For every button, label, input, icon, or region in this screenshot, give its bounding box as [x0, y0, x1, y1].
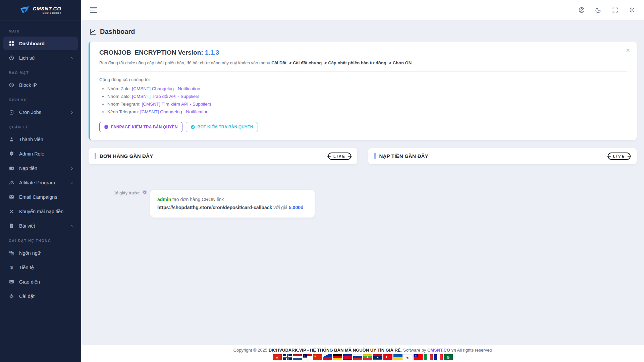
sidebar-item-bai-viet[interactable]: Bài viết › [3, 219, 78, 233]
chevron-right-icon: › [71, 110, 73, 115]
flag-vietnam[interactable]: ★ [273, 354, 282, 360]
telegram-group-link[interactable]: [CMSNT] Tìm kiếm API - Suppliers [142, 102, 212, 107]
sidebar-item-label: Block IP [19, 82, 37, 88]
recent-orders-title: ĐƠN HÀNG GẦN ĐÂY [100, 153, 153, 159]
community-links-list: Nhóm Zalo: [CMSNT] Changelog - Notificat… [99, 85, 627, 116]
zalo-api-link[interactable]: [CMSNT] Trao đổi API - Suppliers [132, 94, 200, 99]
sidebar-item-ngon-ngu[interactable]: Aa Ngôn ngữ [3, 246, 78, 260]
panel-accent-bar [374, 153, 376, 159]
section-label-quan-ly: QUẢN LÝ [0, 120, 81, 132]
cmsnt-link[interactable]: CMSNT.CO [427, 348, 450, 353]
brand-name: DICHVUDARK.VIP - HỆ THỐNG BÁN MÃ NGUỒN U… [269, 348, 401, 353]
sidebar-item-label: Cron Jobs [19, 110, 41, 115]
community-heading: Cộng đồng của chúng tôi: [99, 77, 627, 82]
user-circle-icon[interactable] [578, 7, 585, 13]
close-icon[interactable]: × [626, 47, 630, 54]
flag-malaysia[interactable]: ☾ [303, 354, 312, 360]
flag-netherlands[interactable] [293, 354, 302, 360]
sidebar-item-tien-te[interactable]: $ Tiền tệ [3, 260, 78, 274]
person-icon [8, 136, 15, 142]
logo-subtitle: MMO Solution [33, 12, 61, 14]
sidebar-item-label: Khuyến mãi nạp tiền [19, 209, 63, 214]
sidebar-item-block-ip[interactable]: Block IP [3, 78, 78, 92]
sidebar-item-affiliate-program[interactable]: Affiliate Program › [3, 176, 78, 189]
block-slash-icon [8, 82, 15, 88]
sidebar-item-thanh-vien[interactable]: Thành viên [3, 132, 78, 146]
flag-taiwan[interactable]: ☼ [414, 354, 423, 360]
envelope-icon [8, 194, 15, 200]
fanpage-check-license-button[interactable]: FANPAGE KIỂM TRA BẢN QUYỀN [99, 122, 182, 132]
fullscreen-icon[interactable] [612, 7, 619, 13]
sidebar-item-cron-jobs[interactable]: Cron Jobs › [3, 105, 78, 119]
sidebar-item-label: Bài viết [19, 223, 35, 229]
flag-myanmar[interactable]: ★ [363, 354, 372, 360]
telegram-channel-link[interactable]: [CMSNT] Changelog - Notification [140, 109, 208, 114]
copyright-line: Copyright © 2025 DICHVUDARK.VIP - HỆ THỐ… [81, 348, 644, 353]
hamburger-menu-icon[interactable] [90, 6, 97, 14]
chart-line-icon [89, 28, 97, 36]
list-item: Kênh Telegram: [CMSNT] Changelog - Notif… [107, 108, 627, 116]
region-label: VN [451, 349, 456, 352]
flag-south-korea[interactable]: ☯ [404, 354, 413, 360]
page-content: Dashboard × CRONJOB_ENCRYPTION Version: … [81, 20, 644, 345]
flag-philippines[interactable] [323, 354, 332, 360]
sidebar-item-dashboard[interactable]: Dashboard [3, 37, 78, 50]
sidebar-nav: MAIN Dashboard Lịch sử › BẢO MẬT Block I… [0, 20, 81, 307]
notice-instruction: Bạn đang tắt chức năng cập nhật phiên bả… [99, 60, 627, 65]
sidebar-item-label: Email Campaigns [19, 194, 57, 200]
footer: Copyright © 2025 DICHVUDARK.VIP - HỆ THỐ… [81, 345, 644, 362]
sidebar-item-label: Tiền tệ [19, 265, 34, 270]
divider [99, 71, 627, 72]
timeline-dot-icon [143, 191, 146, 194]
section-label-dich-vu: DỊCH VỤ [0, 93, 81, 105]
timeline-timestamp: 16 giây trước [89, 190, 140, 195]
dark-mode-moon-icon[interactable] [595, 7, 602, 13]
flag-france[interactable] [434, 354, 443, 360]
topbar [81, 0, 644, 20]
bot-check-license-button[interactable]: BOT KIỂM TRA BẢN QUYỀN [186, 122, 258, 132]
sidebar-item-khuyen-mai-nap-tien[interactable]: Khuyến mãi nạp tiền [3, 204, 78, 218]
flag-united-kingdom[interactable] [283, 354, 292, 360]
sidebar-item-lich-su[interactable]: Lịch sử › [3, 51, 78, 65]
list-item: Nhóm Telegram: [CMSNT] Tìm kiếm API - Su… [107, 101, 627, 108]
section-label-bao-mat: BẢO MẬT [0, 65, 81, 77]
flag-italy[interactable] [424, 354, 433, 360]
sidebar-item-label: Lịch sử [19, 55, 35, 61]
flag-turkey[interactable]: ☪ [383, 354, 392, 360]
recent-deposits-title: NẠP TIỀN GẦN ĐÂY [379, 153, 428, 159]
timeline-message-card: admin tạo đơn hàng CRON link https://sho… [150, 190, 315, 218]
wallet-icon [8, 165, 15, 171]
sidebar-item-label: Thành viên [19, 137, 43, 142]
list-item: Nhóm Zalo: [CMSNT] Trao đổi API - Suppli… [107, 93, 627, 101]
sidebar-item-nap-tien[interactable]: Nạp tiền › [3, 161, 78, 175]
settings-gear-icon[interactable] [629, 7, 635, 13]
flag-china[interactable]: ★ [313, 354, 322, 360]
notice-version: 1.1.3 [205, 49, 219, 56]
zalo-changelog-link[interactable]: [CMSNT] Changelog - Notification [132, 86, 200, 91]
recent-orders-panel: ĐƠN HÀNG GẦN ĐÂY LIVE [89, 148, 357, 164]
sidebar-item-email-campaigns[interactable]: Email Campaigns [3, 190, 78, 204]
panel-accent-bar [95, 153, 96, 159]
flag-cambodia[interactable]: ⌂ [343, 354, 352, 360]
messenger-icon [104, 125, 109, 129]
notice-title: CRONJOB_ENCRYPTION Version: 1.1.3 [99, 49, 627, 56]
sidebar-item-admin-role[interactable]: Admin Role [3, 147, 78, 161]
actor-name: admin [157, 197, 171, 202]
flag-arab-league[interactable]: ◎ [444, 354, 453, 360]
flag-germany[interactable] [333, 354, 342, 360]
sidebar-item-giao-dien[interactable]: Giao diện [3, 275, 78, 289]
percent-icon [8, 208, 15, 215]
sidebar-item-label: Admin Role [19, 151, 44, 157]
gear-icon [8, 293, 15, 299]
app-logo[interactable]: CMSNT.CO MMO Solution [0, 0, 81, 20]
chevron-right-icon: › [71, 166, 73, 171]
flag-russia[interactable] [353, 354, 362, 360]
people-icon [8, 179, 15, 186]
flag-ukraine[interactable] [393, 354, 402, 360]
flag-laos[interactable]: ● [373, 354, 382, 360]
file-text-icon [8, 223, 15, 229]
sidebar-item-cai-dat[interactable]: Cài đặt [3, 289, 78, 303]
order-amount: 5.000đ [289, 205, 304, 210]
page-title: Dashboard [89, 28, 636, 36]
section-label-cai-dat-he-thong: CÀI ĐẶT HỆ THỐNG [0, 233, 81, 245]
